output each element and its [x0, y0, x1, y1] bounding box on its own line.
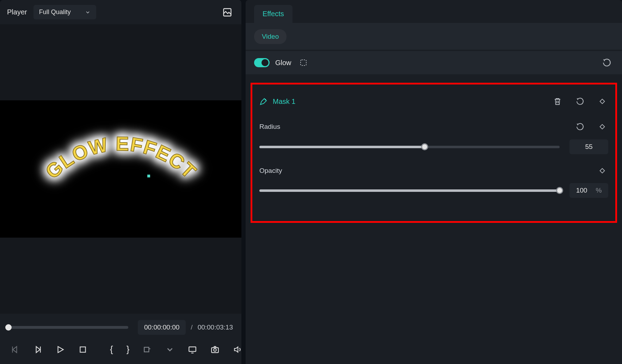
keyframe-icon	[598, 123, 606, 131]
quality-select[interactable]: Full Quality	[33, 5, 96, 19]
effect-name: Glow	[275, 59, 291, 67]
mask-delete-button[interactable]	[551, 95, 564, 108]
crop-dropdown[interactable]	[163, 343, 177, 356]
play-button[interactable]	[54, 343, 67, 356]
mask-title[interactable]: Mask 1	[273, 98, 295, 106]
radius-row: Radius 55	[259, 120, 608, 154]
pen-icon	[259, 97, 268, 106]
svg-point-17	[265, 99, 266, 100]
keyframe-icon	[598, 98, 606, 105]
preview-area: GLOW EFFECT	[0, 24, 241, 314]
timeline-bar: 00:00:00:00 / 00:00:03:13	[0, 314, 241, 338]
opacity-slider-fill	[259, 189, 560, 192]
svg-marker-13	[235, 347, 238, 352]
opacity-unit: %	[596, 187, 602, 194]
chevron-down-icon	[165, 345, 174, 354]
brace-right-icon: }	[127, 344, 130, 355]
chevron-down-icon	[85, 10, 91, 15]
step-back-icon	[33, 345, 42, 354]
opacity-value-input[interactable]: 100 %	[569, 183, 608, 198]
tab-effects[interactable]: Effects	[254, 5, 292, 23]
svg-text:GLOW EFFECT: GLOW EFFECT	[41, 132, 201, 183]
player-header: Player Full Quality	[0, 0, 241, 24]
effects-tabs: Effects	[246, 0, 622, 23]
effect-reset-button[interactable]	[600, 56, 614, 69]
stop-icon	[78, 345, 87, 354]
volume-button[interactable]	[231, 343, 244, 356]
keyframe-icon	[598, 167, 606, 175]
opacity-label: Opacity	[259, 167, 282, 175]
svg-point-12	[214, 349, 217, 351]
time-current[interactable]: 00:00:00:00	[138, 320, 186, 335]
reset-icon	[576, 97, 584, 106]
opacity-keyframe-button[interactable]	[596, 165, 608, 177]
svg-rect-20	[600, 99, 605, 104]
radius-slider[interactable]	[259, 146, 560, 148]
svg-marker-4	[36, 346, 40, 352]
mark-out-button[interactable]: }	[124, 342, 132, 357]
display-button[interactable]	[186, 343, 199, 356]
svg-rect-21	[600, 125, 605, 129]
reset-icon	[576, 123, 584, 131]
controls-bar: { }	[0, 338, 241, 364]
svg-rect-16	[301, 60, 306, 65]
radius-reset-button[interactable]	[574, 120, 586, 133]
mask-keyframe-button[interactable]	[596, 95, 608, 107]
radius-value: 55	[585, 143, 592, 151]
svg-rect-8	[144, 347, 149, 352]
svg-rect-22	[600, 169, 605, 173]
timeline-thumb[interactable]	[5, 324, 12, 331]
glow-toggle[interactable]	[254, 58, 270, 67]
time-separator: /	[191, 324, 192, 331]
quality-value: Full Quality	[39, 8, 71, 16]
sub-tabs: Video	[246, 23, 622, 50]
opacity-slider[interactable]	[259, 189, 560, 192]
image-icon	[222, 7, 232, 17]
effect-header: Glow	[246, 51, 622, 74]
prev-frame-icon	[11, 345, 20, 354]
opacity-row: Opacity 100 %	[259, 165, 608, 198]
effects-panel: Effects Video Glow Mask 1	[246, 0, 622, 364]
mark-in-button[interactable]: {	[108, 342, 115, 357]
volume-icon	[233, 345, 242, 354]
selection-icon	[299, 58, 308, 67]
reset-icon	[602, 58, 611, 67]
display-icon	[188, 345, 197, 354]
radius-slider-fill	[259, 146, 425, 148]
player-title: Player	[7, 8, 27, 16]
center-marker[interactable]	[147, 175, 150, 177]
prev-frame-button[interactable]	[8, 343, 22, 356]
stop-button[interactable]	[76, 343, 90, 356]
play-icon	[56, 345, 65, 354]
opacity-value: 100	[576, 187, 587, 194]
radius-slider-thumb[interactable]	[421, 143, 428, 150]
opacity-slider-thumb[interactable]	[556, 187, 563, 194]
radius-keyframe-button[interactable]	[596, 121, 608, 133]
radius-value-input[interactable]: 55	[569, 139, 608, 154]
sub-tab-video[interactable]: Video	[254, 29, 287, 44]
brace-left-icon: {	[110, 344, 113, 355]
crop-button[interactable]	[141, 343, 154, 356]
toggle-thumb	[261, 59, 269, 66]
timeline-scrubber[interactable]	[8, 326, 128, 329]
image-icon-button[interactable]	[220, 5, 234, 19]
mask-reset-button[interactable]	[574, 95, 586, 108]
effect-mask-icon-button[interactable]	[297, 56, 310, 69]
mask-panel: Mask 1 Radius 5	[251, 83, 617, 223]
svg-rect-7	[80, 347, 85, 352]
radius-label: Radius	[259, 123, 280, 131]
time-display: 00:00:00:00 / 00:00:03:13	[138, 320, 233, 335]
player-panel: Player Full Quality GLOW EFFECT	[0, 0, 241, 364]
crop-icon	[143, 345, 152, 354]
preview-canvas[interactable]: GLOW EFFECT	[0, 100, 241, 238]
camera-icon	[210, 345, 220, 354]
mask-header: Mask 1	[259, 95, 608, 108]
step-back-button[interactable]	[31, 343, 44, 356]
svg-marker-6	[58, 346, 63, 352]
svg-rect-9	[189, 347, 196, 351]
time-total: 00:00:03:13	[198, 324, 233, 331]
snapshot-button[interactable]	[208, 343, 222, 356]
trash-icon	[553, 97, 562, 106]
svg-marker-2	[13, 346, 17, 352]
preview-text: GLOW EFFECT	[43, 116, 198, 194]
